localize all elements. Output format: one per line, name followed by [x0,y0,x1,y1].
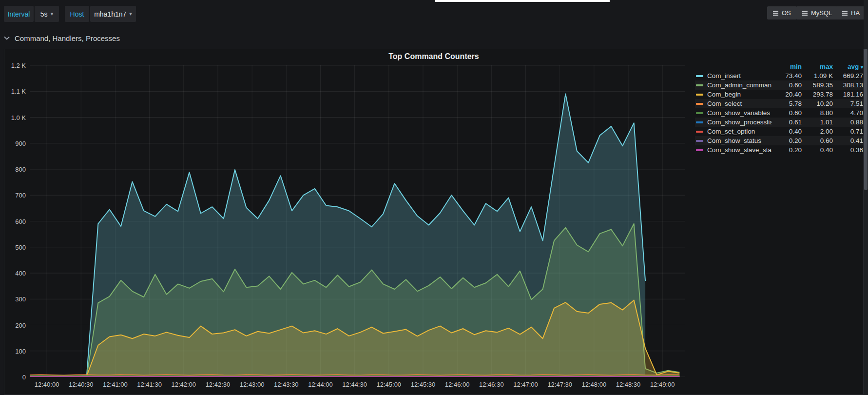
chevron-down-icon: ▾ [129,11,132,17]
host-dropdown[interactable]: mha1h1n7 ▾ [90,6,136,22]
y-tick-label: 100 [4,348,26,355]
series-min: 0.60 [772,109,802,117]
y-tick-label: 300 [4,296,26,303]
legend-row[interactable]: Com_insert 73.40 1.09 K 669.27 [695,71,864,80]
panel-title[interactable]: Top Command Counters [4,52,863,61]
series-max: 293.78 [802,91,833,98]
series-avg: 308.13 [833,81,863,89]
series-name[interactable]: Com_begin [707,91,772,98]
y-tick-label: 1.1 K [4,88,26,95]
y-tick-label: 700 [4,192,26,199]
legend-sort-max[interactable]: max [802,63,833,70]
host-value-text: mha1h1n7 [94,10,126,18]
series-name[interactable]: Com_insert [707,72,772,79]
series-min: 0.60 [772,81,802,89]
mysql-menu-button[interactable]: MySQL [796,6,838,20]
x-tick-label: 12:44:00 [301,381,340,388]
legend-row[interactable]: Com_begin 20.40 293.78 181.16 [695,90,864,99]
y-tick-label: 800 [4,166,26,173]
interval-variable-label[interactable]: Interval [4,6,34,22]
series-min: 0.20 [772,137,802,144]
host-label-text: Host [70,10,84,18]
series-color-swatch [696,75,703,77]
x-tick-label: 12:48:00 [575,381,614,388]
legend-row[interactable]: Com_show_variables 0.60 8.80 4.70 [695,108,864,118]
legend-row[interactable]: Com_show_slave_status 0.20 0.40 0.36 [695,145,864,155]
legend-row[interactable]: Com_show_status 0.20 0.60 0.41 [695,136,864,145]
series-line-Com_show_variables [30,375,679,376]
ha-menu-button[interactable]: HA [836,6,866,20]
legend-row[interactable]: Com_admin_commands 0.60 589.35 308.13 [695,80,864,90]
page-scrollbar-thumb[interactable] [864,49,868,190]
series-line-Com_select [30,375,679,375]
hamburger-icon [802,10,808,17]
y-tick-label: 1.0 K [4,114,26,121]
x-tick-label: 12:48:30 [609,381,648,388]
series-name[interactable]: Com_show_variables [707,109,772,117]
legend-header-row: min max avg ▾ [695,62,864,71]
series-color-swatch [696,103,703,105]
x-tick-label: 12:40:00 [27,381,66,388]
series-min: 0.40 [772,128,802,135]
series-name[interactable]: Com_select [707,100,772,107]
series-avg: 669.27 [833,72,863,79]
mysql-menu-label: MySQL [811,9,832,17]
x-tick-label: 12:49:00 [643,381,682,388]
series-min: 73.40 [772,72,802,79]
y-tick-label: 200 [4,322,26,329]
series-color-swatch [696,140,703,142]
series-color-swatch [696,149,703,151]
series-color-swatch [696,112,703,114]
legend-row[interactable]: Com_show_processlist 0.61 1.01 0.88 [695,118,864,127]
x-tick-label: 12:47:30 [540,381,579,388]
os-menu-button[interactable]: OS [767,6,797,20]
x-tick-label: 12:43:00 [232,381,271,388]
series-min: 0.20 [772,146,802,154]
series-max: 0.40 [802,146,833,154]
x-tick-label: 12:47:00 [506,381,545,388]
series-max: 10.20 [802,100,833,107]
y-tick-label: 600 [4,218,26,225]
y-tick-label: 400 [4,270,26,277]
page-scrollbar-track [864,0,868,395]
ha-menu-label: HA [851,9,860,17]
chart-legend: min max avg ▾ Com_insert 73.40 1.09 K 66… [695,62,864,155]
series-avg: 0.88 [833,118,863,126]
series-avg: 4.70 [833,109,863,117]
x-tick-label: 12:40:30 [61,381,100,388]
row-toggle-command-handlers-processes[interactable]: Command, Handlers, Processes [0,30,868,46]
section-title: Command, Handlers, Processes [15,34,120,42]
x-tick-label: 12:46:30 [472,381,511,388]
legend-row[interactable]: Com_set_option 0.40 2.00 0.71 [695,127,864,136]
chevron-down-icon: ▾ [51,11,54,17]
x-tick-label: 12:45:30 [404,381,443,388]
chart-plot-area[interactable] [30,65,685,377]
host-variable-label[interactable]: Host [65,6,89,22]
legend-row[interactable]: Com_select 5.78 10.20 7.51 [695,99,864,108]
series-max: 8.80 [802,109,833,117]
interval-label-text: Interval [8,10,30,18]
series-color-swatch [696,84,703,86]
series-max: 0.60 [802,137,833,144]
hamburger-icon [842,10,848,17]
series-color-swatch [696,94,703,96]
x-tick-label: 12:44:30 [335,381,374,388]
legend-sort-min[interactable]: min [772,63,802,70]
series-name[interactable]: Com_set_option [707,128,772,135]
series-min: 5.78 [772,100,802,107]
series-name[interactable]: Com_admin_commands [707,81,772,89]
series-min: 0.61 [772,118,802,126]
series-avg: 0.41 [833,137,863,144]
x-tick-label: 12:43:30 [267,381,306,388]
series-max: 589.35 [802,81,833,89]
series-name[interactable]: Com_show_processlist [707,118,772,126]
legend-sort-avg[interactable]: avg ▾ [833,63,863,70]
interval-dropdown[interactable]: 5s ▾ [35,6,59,22]
series-min: 20.40 [772,91,802,98]
series-name[interactable]: Com_show_slave_status [707,146,772,154]
series-name[interactable]: Com_show_status [707,137,772,144]
series-max: 2.00 [802,128,833,135]
x-tick-label: 12:41:30 [130,381,169,388]
x-tick-label: 12:42:00 [164,381,203,388]
y-tick-label: 0 [4,374,26,381]
